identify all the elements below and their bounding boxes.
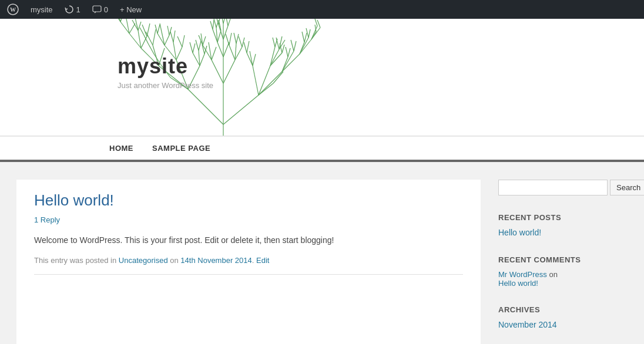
svg-line-5 [223, 95, 259, 124]
svg-line-103 [222, 19, 223, 23]
reply-link[interactable]: 1 Reply [34, 215, 60, 224]
svg-line-36 [300, 39, 311, 54]
svg-line-60 [229, 45, 235, 60]
svg-line-131 [253, 54, 256, 66]
post-date-link[interactable]: 14th November 2014 [180, 256, 251, 265]
svg-line-105 [214, 19, 216, 28]
svg-line-27 [165, 35, 169, 45]
search-button[interactable]: Search [610, 180, 644, 195]
comment-post-link[interactable]: Hello world! [498, 279, 538, 288]
recent-posts-list: Hello world! [498, 228, 628, 238]
post-category-link[interactable]: Uncategorised [119, 256, 168, 265]
svg-line-32 [253, 66, 259, 95]
new-item[interactable]: + New [118, 5, 144, 14]
post-article: Hello world! 1 Reply Welcome to WordPres… [16, 180, 481, 298]
recent-comment-item: Mr WordPress on Hello world! [498, 270, 628, 288]
svg-line-115 [170, 32, 173, 42]
post-reply: 1 Reply [34, 215, 463, 224]
updates-item[interactable]: 1 [62, 5, 83, 14]
svg-line-113 [167, 26, 169, 35]
svg-line-126 [275, 39, 277, 47]
svg-line-96 [229, 33, 232, 45]
svg-line-15 [141, 36, 147, 48]
site-header: mysite Just another WordPress site [0, 19, 644, 136]
site-name-item[interactable]: mysite [28, 5, 55, 14]
comments-icon [92, 5, 102, 14]
svg-line-28 [146, 32, 153, 45]
post-divider [34, 274, 463, 275]
post-edit-link[interactable]: Edit [256, 256, 269, 265]
svg-line-66 [276, 38, 279, 49]
site-description: Just another WordPress site [118, 81, 213, 90]
post-content: Welcome to WordPress. This is your first… [34, 234, 463, 247]
updates-icon [65, 5, 74, 14]
site-title-wrap: mysite Just another WordPress site [118, 54, 213, 90]
admin-bar: W mysite 1 0 + New [0, 0, 644, 19]
svg-line-91 [177, 36, 182, 47]
svg-line-117 [291, 40, 294, 51]
svg-line-134 [196, 40, 199, 50]
post-title[interactable]: Hello world! [34, 191, 463, 210]
svg-line-88 [140, 28, 144, 35]
svg-line-129 [247, 53, 253, 66]
archives-list: November 2014 [498, 320, 628, 330]
widget-recent-comments: RECENT COMMENTS Mr WordPress on Hello wo… [498, 255, 628, 288]
widget-recent-posts: RECENT POSTS Hello world! [498, 213, 628, 238]
archives-title: ARCHIVES [498, 305, 628, 314]
site-title[interactable]: mysite [118, 54, 213, 79]
svg-line-70 [135, 19, 138, 31]
site-nav: HOME SAMPLE PAGE [0, 136, 644, 162]
svg-line-93 [239, 36, 242, 47]
recent-post-link[interactable]: Hello world! [498, 228, 541, 237]
nav-item-home[interactable]: HOME [100, 137, 143, 160]
nav-item-sample[interactable]: SAMPLE PAGE [143, 137, 220, 160]
widget-archives: ARCHIVES November 2014 [498, 305, 628, 330]
updates-count: 1 [76, 5, 80, 14]
svg-line-107 [210, 21, 213, 29]
new-label: + New [120, 5, 142, 14]
comments-item[interactable]: 0 [90, 5, 110, 14]
comment-on-text: on [549, 270, 557, 279]
search-form: Search [498, 180, 628, 195]
archive-item: November 2014 [498, 320, 628, 330]
comments-count: 0 [104, 5, 108, 14]
archive-link[interactable]: November 2014 [498, 320, 557, 329]
svg-line-124 [288, 48, 290, 57]
comment-author-link[interactable]: Mr WordPress [498, 270, 547, 279]
svg-line-56 [217, 31, 221, 42]
svg-line-18 [129, 23, 135, 33]
svg-line-87 [144, 35, 148, 43]
content-area: Hello world! 1 Reply Welcome to WordPres… [16, 180, 481, 344]
svg-line-95 [226, 34, 229, 45]
svg-line-98 [236, 34, 239, 43]
wp-icon: W [7, 4, 19, 15]
nav-link-home[interactable]: HOME [100, 137, 143, 160]
widget-search: Search [498, 180, 628, 195]
svg-line-47 [223, 60, 235, 83]
svg-line-122 [308, 29, 310, 38]
wp-logo-item[interactable]: W [5, 4, 21, 15]
svg-line-59 [223, 26, 228, 39]
svg-line-80 [317, 20, 320, 28]
svg-line-116 [173, 31, 175, 42]
svg-line-137 [193, 43, 195, 53]
sidebar: Search RECENT POSTS Hello world! RECENT … [498, 180, 628, 344]
search-input[interactable] [498, 180, 608, 195]
site-name-label: mysite [31, 5, 53, 14]
svg-line-65 [203, 36, 206, 45]
svg-line-97 [234, 33, 236, 43]
svg-line-135 [199, 41, 201, 50]
svg-line-90 [273, 72, 283, 83]
recent-post-item: Hello world! [498, 228, 628, 238]
svg-line-73 [147, 23, 150, 36]
svg-line-125 [273, 38, 275, 47]
svg-rect-2 [93, 6, 101, 12]
svg-line-100 [228, 19, 230, 26]
svg-line-130 [250, 51, 253, 66]
svg-line-99 [226, 19, 228, 26]
svg-line-139 [204, 46, 207, 54]
svg-line-53 [223, 42, 229, 57]
svg-line-29 [153, 29, 156, 45]
nav-link-sample[interactable]: SAMPLE PAGE [143, 137, 220, 160]
svg-line-41 [311, 32, 316, 39]
